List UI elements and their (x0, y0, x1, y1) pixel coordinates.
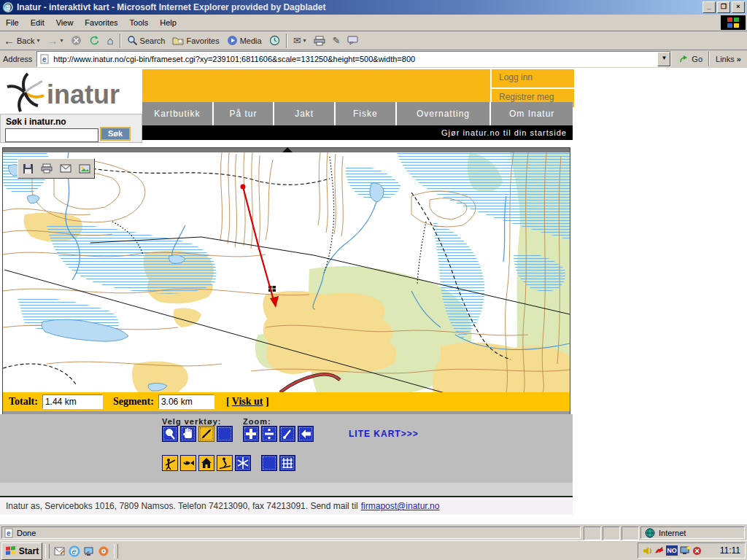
menu-help[interactable]: Help (154, 16, 182, 29)
refresh-button[interactable] (85, 32, 104, 49)
menu-favorites[interactable]: Favorites (79, 16, 123, 29)
discuss-icon (347, 36, 358, 45)
stop-button[interactable] (67, 32, 85, 49)
footer-mail-link[interactable]: firmapost@inatur.no (361, 501, 440, 511)
page-ie-icon: e (4, 528, 14, 538)
back-button[interactable]: ← Back ▾ (0, 32, 43, 49)
footer-text: Inatur as, Serviceboks 1016, 7809 Namsos… (6, 501, 358, 511)
status-pane (584, 526, 601, 540)
taskbar: Start e NO (0, 540, 747, 560)
mail-icon: ✉ (293, 35, 301, 46)
select-tool-label: Velg verktøy: (162, 417, 221, 426)
inatur-logo-text[interactable]: inatur (47, 79, 120, 110)
zoom-out-button[interactable] (261, 426, 277, 442)
map-save-button[interactable] (20, 161, 36, 176)
print-button[interactable] (310, 32, 329, 49)
history-icon (269, 35, 280, 46)
total-input[interactable] (42, 394, 103, 409)
nav-item-4[interactable]: Fiske (336, 102, 395, 125)
measure-tool-button[interactable] (198, 426, 214, 442)
nav-item-6[interactable]: Om Inatur (491, 102, 573, 125)
menu-view[interactable]: View (50, 16, 80, 29)
nav-item-2[interactable]: På tur (214, 102, 274, 125)
grid-layer-button[interactable] (279, 455, 295, 471)
quick-launch-ie-icon[interactable]: e (67, 544, 82, 559)
address-input[interactable] (52, 52, 657, 66)
zone-text: Internet (659, 529, 686, 537)
zoom-label: Zoom: (243, 417, 271, 426)
mail-button[interactable]: ✉ ▾ (290, 32, 310, 49)
quick-launch-media-icon[interactable] (96, 544, 111, 559)
browser-toolbar: ← Back ▾ → ▾ ⌂ (0, 31, 747, 50)
history-button[interactable] (266, 32, 284, 49)
antivirus-disabled-icon[interactable] (692, 546, 702, 556)
media-button[interactable]: Media (223, 32, 266, 49)
account-box: Logg inn Registrer meg (490, 69, 574, 102)
volume-icon[interactable] (643, 546, 653, 556)
zoom-pin-button[interactable] (279, 426, 295, 442)
start-button[interactable]: Start (1, 542, 42, 560)
hunting-layer-button[interactable] (162, 455, 178, 471)
startpage-tagline[interactable]: Gjør inatur.no til din startside (142, 125, 573, 140)
cabin-layer-button[interactable] (198, 455, 214, 471)
go-button[interactable]: Go (676, 51, 706, 68)
quick-launch-outlook-icon[interactable] (53, 544, 67, 559)
zoom-in-button[interactable] (243, 426, 259, 442)
links-button[interactable]: Links » (712, 51, 745, 68)
menu-edit[interactable]: Edit (25, 16, 50, 29)
map-canvas[interactable] (3, 152, 570, 392)
svg-text:e: e (5, 2, 10, 12)
zoom-back-button[interactable] (298, 426, 314, 442)
close-button[interactable]: × (732, 1, 745, 13)
home-button[interactable]: ⌂ (104, 32, 117, 49)
favorites-button[interactable]: Favorites (169, 32, 222, 49)
segment-label: Segment: (113, 396, 154, 408)
menu-tools[interactable]: Tools (124, 16, 155, 29)
fishing-layer-button[interactable] (180, 455, 196, 471)
display-settings-icon[interactable] (680, 546, 690, 555)
go-icon (679, 55, 689, 64)
network-alert-icon[interactable] (655, 546, 664, 555)
back-icon: ← (4, 34, 15, 47)
menu-file[interactable]: File (0, 16, 25, 29)
login-link[interactable]: Logg inn (492, 69, 574, 89)
discuss-button[interactable] (344, 32, 362, 49)
clear-route-button[interactable]: [ Visk ut ] (226, 396, 269, 408)
keyboard-layout-indicator[interactable]: NO (666, 545, 678, 556)
quick-launch-desktop-icon[interactable] (82, 544, 96, 559)
gps-tool-button[interactable] (217, 426, 233, 442)
search-button[interactable]: Search (123, 32, 169, 49)
print-icon (41, 163, 53, 174)
forward-dropdown: ▾ (60, 37, 63, 44)
restore-button[interactable]: ❐ (717, 1, 730, 13)
svg-text:e: e (42, 55, 47, 63)
map-mail-button[interactable] (58, 161, 74, 176)
mail-dropdown[interactable]: ▾ (303, 37, 306, 44)
nav-item-3[interactable]: Jakt (274, 102, 334, 125)
main-nav: KartbutikkPå turJaktFiskeOvernattingOm I… (142, 102, 573, 125)
site-search-input[interactable] (5, 128, 98, 142)
magnifier-tool-button[interactable] (162, 426, 178, 442)
minimize-button[interactable]: _ (703, 1, 716, 13)
small-map-link[interactable]: LITE KART>>> (349, 429, 419, 439)
back-dropdown[interactable]: ▾ (36, 37, 39, 44)
nav-item-5[interactable]: Overnatting (397, 102, 490, 125)
taskbar-grip[interactable] (45, 544, 50, 559)
segment-input[interactable] (158, 394, 214, 409)
favorites-icon (172, 36, 184, 46)
status-text: Done (17, 529, 36, 537)
site-search-button[interactable]: Søk (100, 127, 131, 141)
pan-hand-tool-button[interactable] (180, 426, 196, 442)
ski-layer-button[interactable] (217, 455, 233, 471)
map-image-button[interactable] (77, 161, 93, 176)
forward-button[interactable]: → ▾ (43, 32, 66, 49)
map-print-button[interactable] (39, 161, 55, 176)
nav-item-1[interactable]: Kartbutikk (142, 102, 212, 125)
security-zone-pane: Internet (640, 526, 745, 539)
media-icon (227, 35, 238, 46)
address-dropdown[interactable]: ▼ (657, 52, 670, 66)
s-layer-button[interactable] (261, 455, 277, 471)
edit-button[interactable]: ✎ (329, 32, 344, 49)
inatur-layer-button[interactable] (235, 455, 251, 471)
clock[interactable]: 11:11 (720, 545, 740, 556)
